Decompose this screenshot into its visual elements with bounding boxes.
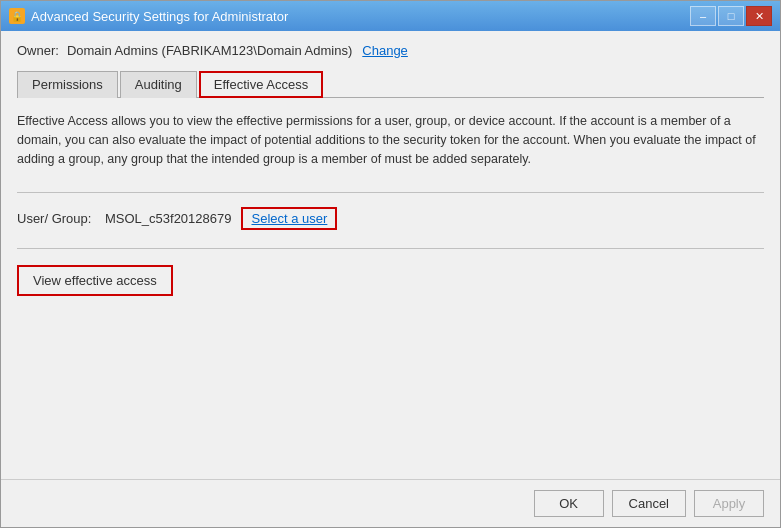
maximize-button[interactable]: □ — [718, 6, 744, 26]
spacer — [17, 296, 764, 467]
apply-button[interactable]: Apply — [694, 490, 764, 517]
select-user-button[interactable]: Select a user — [241, 207, 337, 230]
owner-row: Owner: Domain Admins (FABRIKAM123\Domain… — [17, 43, 764, 58]
tab-auditing[interactable]: Auditing — [120, 71, 197, 98]
view-effective-access-button[interactable]: View effective access — [17, 265, 173, 296]
description-text: Effective Access allows you to view the … — [17, 112, 764, 168]
owner-value: Domain Admins (FABRIKAM123\Domain Admins… — [67, 43, 352, 58]
titlebar: 🔒 Advanced Security Settings for Adminis… — [1, 1, 780, 31]
ok-button[interactable]: OK — [534, 490, 604, 517]
user-group-value: MSOL_c53f20128679 — [105, 211, 231, 226]
cancel-button[interactable]: Cancel — [612, 490, 686, 517]
change-owner-link[interactable]: Change — [362, 43, 408, 58]
tab-permissions[interactable]: Permissions — [17, 71, 118, 98]
titlebar-buttons: – □ ✕ — [690, 6, 772, 26]
separator-2 — [17, 248, 764, 249]
close-button[interactable]: ✕ — [746, 6, 772, 26]
owner-label: Owner: — [17, 43, 59, 58]
main-window: 🔒 Advanced Security Settings for Adminis… — [0, 0, 781, 528]
user-group-label: User/ Group: — [17, 211, 97, 226]
separator-1 — [17, 192, 764, 193]
window-title: Advanced Security Settings for Administr… — [31, 9, 288, 24]
minimize-button[interactable]: – — [690, 6, 716, 26]
footer: OK Cancel Apply — [1, 479, 780, 527]
tabs-bar: Permissions Auditing Effective Access — [17, 70, 764, 98]
window-icon: 🔒 — [9, 8, 25, 24]
user-group-row: User/ Group: MSOL_c53f20128679 Select a … — [17, 207, 764, 230]
content-area: Owner: Domain Admins (FABRIKAM123\Domain… — [1, 31, 780, 479]
tab-effective-access[interactable]: Effective Access — [199, 71, 323, 98]
